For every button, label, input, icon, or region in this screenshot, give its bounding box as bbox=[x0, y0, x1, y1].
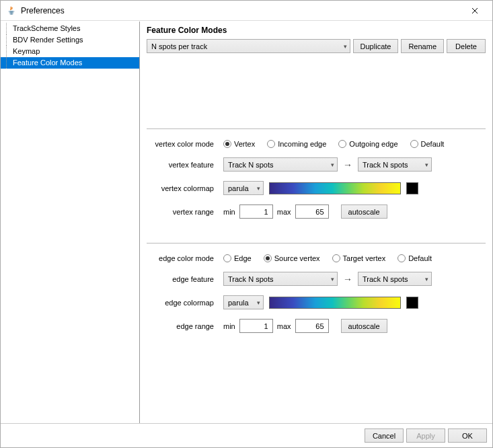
delete-button[interactable]: Delete bbox=[447, 39, 486, 53]
edge-feature-combo-a[interactable]: Track N spots▾ bbox=[223, 272, 338, 286]
edge-mode-default[interactable]: Default bbox=[397, 254, 432, 262]
chevron-down-icon: ▾ bbox=[327, 276, 334, 283]
vertex-mode-vertex[interactable]: Vertex bbox=[223, 140, 255, 148]
window-titlebar: Preferences bbox=[1, 1, 492, 21]
duplicate-button[interactable]: Duplicate bbox=[353, 39, 399, 53]
sidebar-item-label: Keymap bbox=[13, 47, 40, 55]
edge-color-mode-label: edge color mode bbox=[149, 254, 217, 262]
chevron-down-icon: ▾ bbox=[253, 185, 260, 192]
edge-nan-swatch bbox=[406, 297, 418, 309]
edge-color-mode-radios: Edge Source vertex Target vertex Default bbox=[223, 254, 486, 262]
edge-range-max-input[interactable] bbox=[295, 319, 329, 333]
vertex-range-min-input[interactable] bbox=[239, 204, 273, 219]
vertex-range-label: vertex range bbox=[149, 208, 217, 216]
sidebar-item-keymap[interactable]: Keymap bbox=[1, 46, 139, 57]
vertex-nan-swatch bbox=[406, 182, 418, 194]
edge-colormap-label: edge colormap bbox=[149, 299, 217, 307]
java-icon bbox=[6, 5, 17, 16]
chevron-down-icon: ▾ bbox=[327, 161, 334, 168]
sidebar-item-label: TrackScheme Styles bbox=[13, 24, 80, 32]
preset-combo-value: N spots per track bbox=[151, 42, 207, 50]
edge-range-min-input[interactable] bbox=[239, 319, 273, 333]
sidebar-item-feature-color-modes[interactable]: Feature Color Modes bbox=[1, 57, 139, 69]
preset-combo[interactable]: N spots per track ▾ bbox=[147, 39, 350, 53]
vertex-mode-default[interactable]: Default bbox=[410, 140, 445, 148]
vertex-feature-combo-b[interactable]: Track N spots▾ bbox=[358, 157, 432, 172]
vertex-colormap-gradient bbox=[269, 182, 401, 194]
edge-mode-target-vertex[interactable]: Target vertex bbox=[332, 254, 386, 262]
divider bbox=[147, 128, 486, 129]
chevron-down-icon: ▾ bbox=[421, 276, 428, 283]
sidebar-item-label: BDV Render Settings bbox=[13, 36, 83, 44]
divider bbox=[147, 243, 486, 244]
edge-range-label: edge range bbox=[149, 322, 217, 330]
arrow-right-icon: → bbox=[343, 274, 352, 285]
vertex-range-max-input[interactable] bbox=[295, 204, 329, 219]
max-label: max bbox=[277, 322, 291, 330]
chevron-down-icon: ▾ bbox=[421, 161, 428, 168]
edge-colormap-combo[interactable]: parula▾ bbox=[223, 295, 264, 309]
min-label: min bbox=[223, 208, 235, 216]
edge-mode-source-vertex[interactable]: Source vertex bbox=[264, 254, 320, 262]
vertex-autoscale-button[interactable]: autoscale bbox=[341, 204, 387, 219]
edge-colormap-gradient bbox=[269, 297, 401, 309]
cancel-button[interactable]: Cancel bbox=[365, 428, 404, 443]
vertex-feature-combo-a[interactable]: Track N spots▾ bbox=[223, 157, 338, 172]
min-label: min bbox=[223, 322, 235, 330]
vertex-mode-outgoing-edge[interactable]: Outgoing edge bbox=[338, 140, 397, 148]
vertex-color-mode-radios: Vertex Incoming edge Outgoing edge Defau… bbox=[223, 140, 486, 148]
content-panel: Feature Color Modes N spots per track ▾ … bbox=[140, 22, 492, 423]
sidebar: TrackScheme Styles BDV Render Settings K… bbox=[1, 22, 140, 423]
sidebar-item-label: Feature Color Modes bbox=[13, 59, 82, 67]
edge-feature-label: edge feature bbox=[149, 275, 217, 283]
ok-button[interactable]: OK bbox=[448, 428, 487, 443]
chevron-down-icon: ▾ bbox=[340, 43, 347, 50]
vertex-colormap-label: vertex colormap bbox=[149, 184, 217, 192]
sidebar-item-trackscheme-styles[interactable]: TrackScheme Styles bbox=[1, 23, 139, 34]
vertex-mode-incoming-edge[interactable]: Incoming edge bbox=[267, 140, 326, 148]
apply-button[interactable]: Apply bbox=[406, 428, 445, 443]
window-close-button[interactable] bbox=[460, 1, 490, 20]
vertex-color-mode-label: vertex color mode bbox=[149, 140, 217, 148]
window-title: Preferences bbox=[21, 6, 65, 15]
edge-autoscale-button[interactable]: autoscale bbox=[341, 319, 387, 333]
page-title: Feature Color Modes bbox=[147, 24, 486, 39]
max-label: max bbox=[277, 208, 291, 216]
edge-mode-edge[interactable]: Edge bbox=[223, 254, 252, 262]
arrow-right-icon: → bbox=[343, 159, 352, 170]
chevron-down-icon: ▾ bbox=[253, 299, 260, 306]
sidebar-item-bdv-render-settings[interactable]: BDV Render Settings bbox=[1, 34, 139, 46]
rename-button[interactable]: Rename bbox=[401, 39, 444, 53]
dialog-buttons: Cancel Apply OK bbox=[1, 423, 492, 447]
vertex-colormap-combo[interactable]: parula▾ bbox=[223, 181, 264, 195]
edge-feature-combo-b[interactable]: Track N spots▾ bbox=[358, 272, 432, 286]
vertex-feature-label: vertex feature bbox=[149, 161, 217, 169]
